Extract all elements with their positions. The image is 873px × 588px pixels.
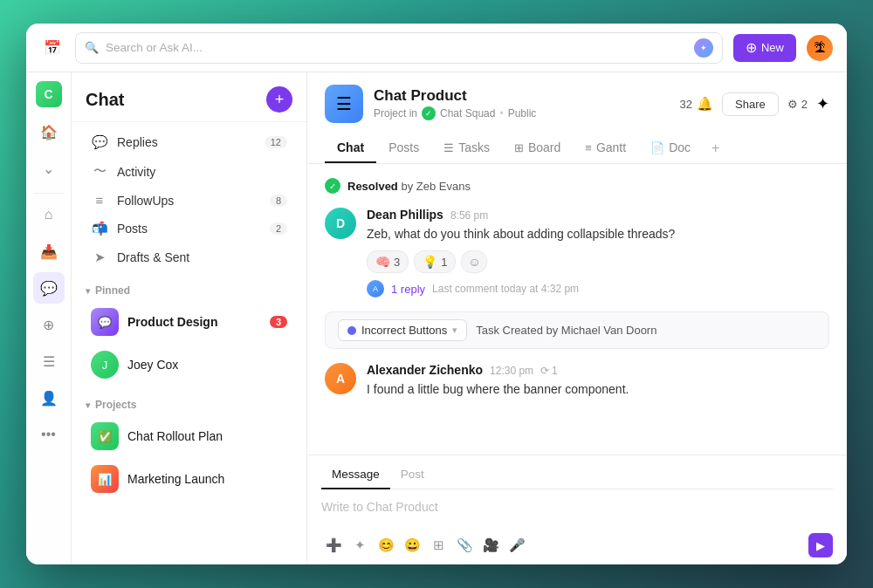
sparkle-button[interactable]: ✦ <box>816 94 829 113</box>
tab-posts[interactable]: Posts <box>376 133 431 163</box>
settings-count[interactable]: ⚙ 2 <box>787 98 808 111</box>
logo[interactable]: C <box>36 81 62 107</box>
sidebar-add-button[interactable]: + <box>266 86 292 113</box>
project-meta: Chat Product Project in ✓ Chat Squad • P… <box>374 87 536 120</box>
squad-name: Chat Squad <box>440 107 495 120</box>
reply-meta: Last comment today at 4:32 pm <box>432 283 579 295</box>
followups-label: FollowUps <box>117 194 261 208</box>
user-avatar[interactable]: 🏝 <box>807 35 833 61</box>
pinned-label: Pinned <box>95 284 130 297</box>
toolbar-ai-button[interactable]: ✦ <box>347 533 372 557</box>
product-design-label: Product Design <box>127 315 261 329</box>
message-alexander: A Alexander Zichenko 12:30 pm ⟳ 1 I foun… <box>325 363 829 399</box>
task-created-banner: Incorrect Buttons ▾ Task Created by Mich… <box>325 311 829 349</box>
notification-count[interactable]: 32 🔔 <box>680 96 713 112</box>
sidebar-item-activity[interactable]: 〜 Activity <box>77 157 301 186</box>
msg2-text: I found a little bug where the banner co… <box>367 380 829 399</box>
thin-nav-avatar[interactable]: 👤 <box>33 382 65 414</box>
board-icon: ⊞ <box>514 141 524 154</box>
sidebar-item-joey-cox[interactable]: J Joey Cox <box>77 344 301 386</box>
reaction-brain[interactable]: 🧠 3 <box>367 250 409 273</box>
input-tab-message[interactable]: Message <box>321 464 390 489</box>
posts-badge: 2 <box>270 222 287 235</box>
thin-nav-inbox[interactable]: 📥 <box>33 236 65 267</box>
chat-rollout-avatar: ✅ <box>91 422 119 450</box>
pinned-chevron: ▾ <box>86 286 90 296</box>
task-chevron-icon: ▾ <box>452 325 457 336</box>
message-input-area: Message Post Write to Chat Product ➕ ✦ 😊… <box>307 455 847 564</box>
activity-icon: 〜 <box>91 163 108 180</box>
tab-chat[interactable]: Chat <box>325 133 376 163</box>
marketing-avatar: 📊 <box>91 465 119 493</box>
toolbar-attach-button[interactable]: 📎 <box>452 533 477 557</box>
thin-nav-collapse[interactable]: ⌄ <box>33 153 65 184</box>
reply-avatar: A <box>367 280 384 297</box>
toolbar-grid-button[interactable]: ⊞ <box>426 533 450 557</box>
toolbar-emoji2-button[interactable]: 😀 <box>400 533 424 557</box>
sidebar-item-posts[interactable]: 📬 Posts 2 <box>77 215 301 243</box>
followups-badge: 8 <box>270 195 287 207</box>
thin-nav-chat[interactable]: 💬 <box>33 272 65 304</box>
toolbar-plus-button[interactable]: ➕ <box>321 533 346 557</box>
reply-count[interactable]: 1 reply <box>391 283 425 296</box>
task-status-badge[interactable]: Incorrect Buttons ▾ <box>338 319 467 341</box>
msg1-author: Dean Phillips <box>367 208 443 222</box>
thin-nav-home2[interactable]: ⌂ <box>33 199 65 230</box>
sidebar-item-replies[interactable]: 💬 Replies 12 <box>77 128 301 156</box>
product-design-badge: 3 <box>270 316 287 328</box>
sidebar: Chat + 💬 Replies 12 〜 Activity ≡ FollowU… <box>72 72 307 564</box>
project-icon: ☰ <box>325 85 363 123</box>
settings-number: 2 <box>801 98 808 111</box>
message-input[interactable]: Write to Chat Product <box>321 496 833 528</box>
tab-board[interactable]: ⊞ Board <box>502 133 573 163</box>
input-tab-post[interactable]: Post <box>390 464 435 489</box>
projects-section[interactable]: ▾ Projects <box>72 392 306 414</box>
toolbar-video-button[interactable]: 🎥 <box>478 533 503 557</box>
product-design-avatar: 💬 <box>91 308 119 336</box>
sidebar-item-chat-rollout[interactable]: ✅ Chat Rollout Plan <box>77 415 301 457</box>
toolbar-mic-button[interactable]: 🎤 <box>505 533 529 557</box>
calendar-icon[interactable]: 📅 <box>40 36 65 60</box>
sidebar-item-product-design[interactable]: 💬 Product Design 3 <box>77 301 301 343</box>
share-button[interactable]: Share <box>722 92 779 116</box>
sidebar-item-marketing[interactable]: 📊 Marketing Launch <box>77 458 301 500</box>
doc-icon: 📄 <box>650 141 664 154</box>
tab-add-button[interactable]: + <box>703 133 728 163</box>
chat-rollout-label: Chat Rollout Plan <box>127 429 287 443</box>
search-placeholder: Search or Ask AI... <box>106 41 687 54</box>
thin-nav-add[interactable]: ⊕ <box>33 309 65 340</box>
content-tabs: Chat Posts ☰ Tasks ⊞ Board ≡ <box>325 133 829 163</box>
send-button[interactable]: ▶ <box>808 533 833 557</box>
chat-area: ✓ Resolved by Zeb Evans D Dean Phillips <box>307 164 847 455</box>
resolved-by: by Zeb Evans <box>401 180 471 193</box>
tab-board-label: Board <box>528 140 560 154</box>
resolved-banner: ✓ Resolved by Zeb Evans <box>325 178 829 194</box>
tab-gantt[interactable]: ≡ Gantt <box>573 133 638 163</box>
gantt-icon: ≡ <box>585 141 592 154</box>
tab-tasks[interactable]: ☰ Tasks <box>431 133 502 163</box>
search-bar[interactable]: 🔍 Search or Ask AI... ✦ <box>75 32 723 64</box>
add-reaction-button[interactable]: ☺ <box>461 250 487 273</box>
drafts-icon: ➤ <box>91 250 108 265</box>
pinned-section[interactable]: ▾ Pinned <box>72 277 306 300</box>
reaction-bulb[interactable]: 💡 1 <box>414 250 456 273</box>
project-name: Chat Product <box>374 87 536 105</box>
sidebar-item-followups[interactable]: ≡ FollowUps 8 <box>77 187 301 214</box>
search-icon: 🔍 <box>85 41 99 54</box>
drafts-label: Drafts & Sent <box>117 250 287 264</box>
tab-posts-label: Posts <box>388 140 419 154</box>
tab-doc[interactable]: 📄 Doc <box>638 133 703 163</box>
thin-nav-home[interactable]: 🏠 <box>33 116 65 147</box>
replies-badge: 12 <box>265 136 287 148</box>
tab-doc-label: Doc <box>669 140 691 154</box>
content-header: ☰ Chat Product Project in ✓ Chat Squad •… <box>307 72 847 164</box>
app-window: 📅 🔍 Search or Ask AI... ✦ ⊕ New 🏝 C 🏠 ⌄ … <box>26 24 847 564</box>
ai-search-icon[interactable]: ✦ <box>694 38 713 58</box>
thin-nav-more[interactable]: ••• <box>33 419 65 450</box>
tasks-icon: ☰ <box>443 141 454 154</box>
posts-icon: 📬 <box>91 221 108 236</box>
toolbar-emoji-button[interactable]: 😊 <box>374 533 398 557</box>
new-button[interactable]: ⊕ New <box>733 34 796 62</box>
thin-nav-topics[interactable]: ☰ <box>33 345 65 377</box>
sidebar-item-drafts[interactable]: ➤ Drafts & Sent <box>77 243 301 271</box>
